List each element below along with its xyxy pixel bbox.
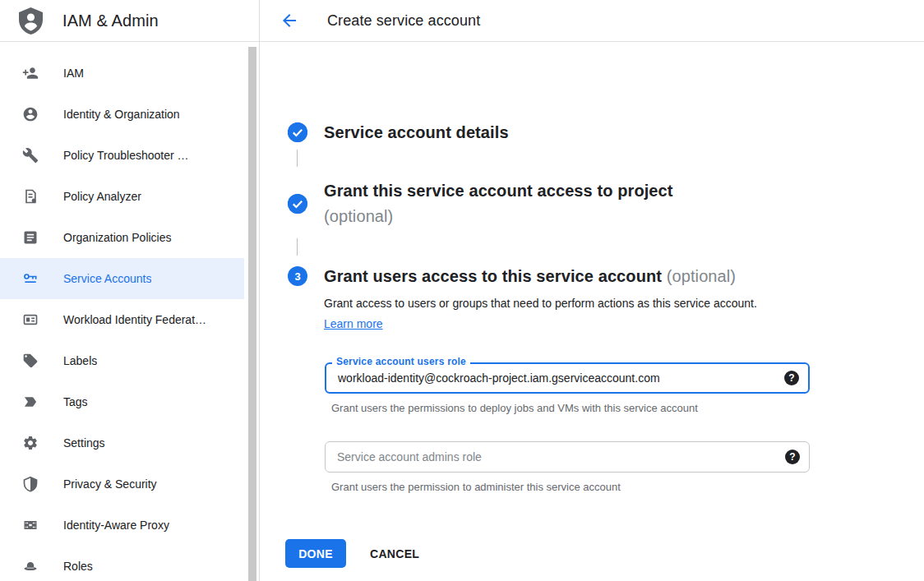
step3-description: Grant access to users or groups that nee… bbox=[324, 293, 789, 334]
users-role-helper-text: Grant users the permissions to deploy jo… bbox=[331, 402, 698, 414]
article-icon bbox=[22, 229, 39, 246]
sidebar-item-label: Roles bbox=[63, 560, 93, 573]
sidebar-item-label: Organization Policies bbox=[63, 231, 172, 244]
step1-title-text: Service account details bbox=[324, 123, 509, 141]
step2-title-text: Grant this service account access to pro… bbox=[324, 182, 673, 200]
step3-title: Grant users access to this service accou… bbox=[324, 264, 850, 289]
product-title: IAM & Admin bbox=[62, 12, 159, 30]
sidebar-item-organization-policies[interactable]: Organization Policies bbox=[0, 217, 259, 258]
step3-number-badge: 3 bbox=[288, 266, 307, 286]
step-connector bbox=[297, 150, 298, 167]
wizard-actions: DONE CANCEL bbox=[285, 539, 419, 568]
arrow-back-icon bbox=[280, 11, 299, 30]
tag-icon bbox=[22, 353, 39, 369]
wrench-icon bbox=[22, 147, 39, 164]
sidebar-item-policy-analyzer[interactable]: Policy Analyzer bbox=[0, 176, 259, 217]
step2-title: Grant this service account access to pro… bbox=[324, 178, 817, 229]
sidebar-item-label: Policy Analyzer bbox=[63, 190, 141, 203]
step3-optional-text: (optional) bbox=[667, 267, 736, 285]
admins-role-input[interactable] bbox=[326, 442, 809, 472]
sidebar-scrollbar[interactable] bbox=[248, 47, 256, 581]
done-button[interactable]: DONE bbox=[285, 539, 346, 568]
sidebar: IAM & Admin IAM Identity & Organization bbox=[0, 0, 260, 581]
shield-half-icon bbox=[22, 476, 39, 492]
sidebar-item-label: Workload Identity Federat… bbox=[63, 313, 206, 326]
sidebar-item-tags[interactable]: Tags bbox=[0, 381, 259, 422]
step2-optional-text: (optional) bbox=[324, 204, 817, 229]
admins-role-field-wrapper: ? bbox=[325, 441, 810, 473]
step-connector bbox=[297, 238, 298, 256]
page-header: Create service account bbox=[260, 0, 924, 42]
document-gear-icon bbox=[22, 188, 39, 205]
sidebar-item-label: Identity & Organization bbox=[63, 108, 180, 121]
sidebar-nav: IAM Identity & Organization Policy Troub… bbox=[0, 42, 259, 581]
users-role-field-wrapper: Service account users role ? bbox=[325, 362, 810, 394]
sidebar-item-policy-troubleshooter[interactable]: Policy Troubleshooter … bbox=[0, 135, 259, 176]
sidebar-item-workload-identity-federation[interactable]: Workload Identity Federat… bbox=[0, 299, 259, 340]
step3-title-text: Grant users access to this service accou… bbox=[324, 267, 662, 285]
sidebar-item-identity-aware-proxy[interactable]: Identity-Aware Proxy bbox=[0, 505, 259, 546]
sidebar-item-roles[interactable]: Roles bbox=[0, 546, 259, 581]
sidebar-item-privacy-security[interactable]: Privacy & Security bbox=[0, 463, 259, 505]
sidebar-item-label: Tags bbox=[63, 395, 88, 408]
account-circle-icon bbox=[22, 106, 39, 122]
admins-role-helper-text: Grant users the permission to administer… bbox=[331, 481, 621, 493]
users-role-input[interactable] bbox=[326, 364, 808, 392]
gcp-console: IAM & Admin IAM Identity & Organization bbox=[0, 0, 924, 581]
badge-card-icon bbox=[22, 311, 39, 328]
sidebar-item-label: Privacy & Security bbox=[63, 477, 157, 491]
main-panel: Create service account Service account d… bbox=[260, 0, 924, 581]
step3-description-text: Grant access to users or groups that nee… bbox=[324, 297, 757, 310]
step1-check-icon bbox=[288, 122, 307, 142]
gear-icon bbox=[22, 435, 39, 451]
sidebar-item-label: Policy Troubleshooter … bbox=[63, 149, 189, 162]
sidebar-item-settings[interactable]: Settings bbox=[0, 422, 259, 463]
step3-number: 3 bbox=[294, 270, 300, 283]
step2-check-icon bbox=[288, 194, 307, 214]
step1-title: Service account details bbox=[324, 120, 509, 145]
help-icon[interactable]: ? bbox=[785, 450, 800, 464]
label-important-icon bbox=[22, 394, 39, 410]
cancel-button[interactable]: CANCEL bbox=[370, 547, 419, 560]
sidebar-item-identity-organization[interactable]: Identity & Organization bbox=[0, 94, 259, 135]
sidebar-item-label: Service Accounts bbox=[63, 272, 151, 285]
sidebar-item-label: Settings bbox=[63, 436, 105, 450]
sidebar-item-iam[interactable]: IAM bbox=[0, 53, 259, 94]
sidebar-item-labels[interactable]: Labels bbox=[0, 340, 259, 381]
iam-admin-shield-icon bbox=[17, 7, 44, 35]
sidebar-item-label: IAM bbox=[63, 67, 84, 80]
sidebar-item-service-accounts[interactable]: Service Accounts bbox=[0, 258, 244, 299]
person-add-icon bbox=[22, 65, 39, 81]
sidebar-header: IAM & Admin bbox=[0, 0, 259, 42]
sidebar-item-label: Labels bbox=[63, 354, 97, 367]
proxy-icon bbox=[22, 517, 39, 533]
robot-key-icon bbox=[22, 270, 39, 287]
help-icon[interactable]: ? bbox=[784, 371, 799, 385]
page-title: Create service account bbox=[327, 12, 480, 30]
learn-more-link[interactable]: Learn more bbox=[324, 317, 383, 330]
sidebar-item-label: Identity-Aware Proxy bbox=[63, 519, 169, 532]
back-button[interactable] bbox=[280, 11, 299, 30]
hat-icon bbox=[22, 558, 39, 574]
